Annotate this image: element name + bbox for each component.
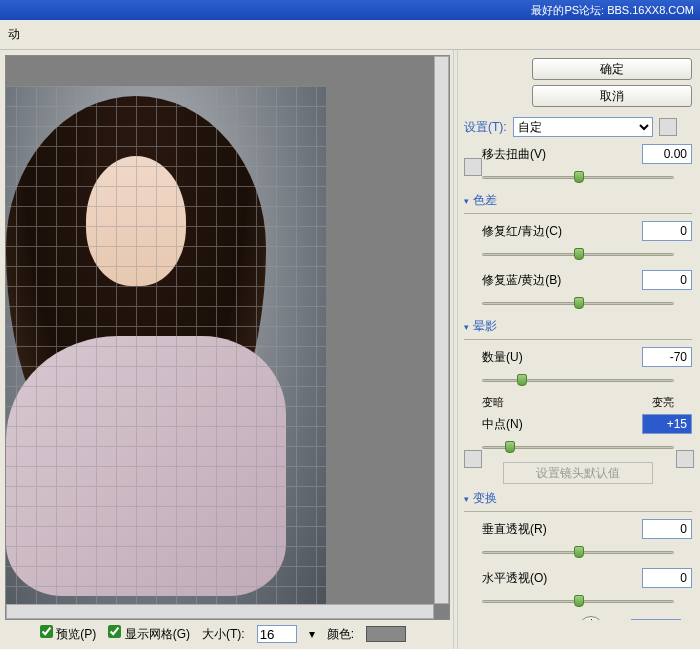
angle-input[interactable] bbox=[631, 619, 681, 620]
show-grid-checkbox[interactable] bbox=[108, 625, 121, 638]
perspective-left-icon bbox=[464, 450, 482, 468]
horizontal-perspective-label: 水平透视(O) bbox=[482, 570, 572, 587]
grid-color-label: 颜色: bbox=[327, 626, 354, 643]
remove-distortion-slider[interactable] bbox=[482, 168, 674, 186]
cancel-button[interactable]: 取消 bbox=[532, 85, 692, 107]
red-cyan-input[interactable] bbox=[642, 221, 692, 241]
grid-overlay bbox=[5, 86, 326, 616]
bottom-options-bar: 预览(P) 显示网格(G) 大小(T): ▾ 颜色: bbox=[40, 625, 406, 643]
vignette-amount-input[interactable] bbox=[642, 347, 692, 367]
vignette-midpoint-label: 中点(N) bbox=[482, 416, 572, 433]
grid-size-stepper-icon[interactable]: ▾ bbox=[309, 627, 315, 641]
distortion-icon bbox=[464, 158, 482, 176]
red-cyan-label: 修复红/青边(C) bbox=[482, 223, 572, 240]
vertical-perspective-slider[interactable] bbox=[482, 543, 674, 561]
transform-header[interactable]: 变换 bbox=[464, 490, 692, 507]
angle-dial[interactable] bbox=[578, 616, 604, 620]
horizontal-perspective-slider[interactable] bbox=[482, 592, 674, 610]
grid-size-input[interactable] bbox=[257, 625, 297, 643]
horizontal-scrollbar[interactable] bbox=[6, 604, 434, 619]
grid-size-label: 大小(T): bbox=[202, 626, 245, 643]
show-grid-checkbox-label[interactable]: 显示网格(G) bbox=[108, 625, 190, 643]
settings-menu-icon[interactable] bbox=[659, 118, 677, 136]
preview-checkbox[interactable] bbox=[40, 625, 53, 638]
remove-distortion-input[interactable] bbox=[642, 144, 692, 164]
canvas-preview[interactable] bbox=[5, 55, 450, 620]
panel-divider[interactable] bbox=[453, 50, 458, 649]
vignette-dark-label: 变暗 bbox=[482, 395, 504, 410]
preview-checkbox-label[interactable]: 预览(P) bbox=[40, 625, 96, 643]
watermark-text: 最好的PS论坛: BBS.16XX8.COM bbox=[531, 3, 694, 18]
settings-label: 设置(T): bbox=[464, 119, 507, 136]
vignette-amount-slider[interactable] bbox=[482, 371, 674, 389]
set-default-button: 设置镜头默认值 bbox=[503, 462, 653, 484]
toolbar-label: 动 bbox=[8, 26, 20, 43]
blue-yellow-input[interactable] bbox=[642, 270, 692, 290]
perspective-right-icon bbox=[676, 450, 694, 468]
vertical-scrollbar[interactable] bbox=[434, 56, 449, 604]
blue-yellow-label: 修复蓝/黄边(B) bbox=[482, 272, 572, 289]
vignette-amount-label: 数量(U) bbox=[482, 349, 572, 366]
grid-color-swatch[interactable] bbox=[366, 626, 406, 642]
vignette-header[interactable]: 晕影 bbox=[464, 318, 692, 335]
red-cyan-slider[interactable] bbox=[482, 245, 674, 263]
chromatic-header[interactable]: 色差 bbox=[464, 192, 692, 209]
vignette-midpoint-input[interactable] bbox=[642, 414, 692, 434]
vignette-light-label: 变亮 bbox=[652, 395, 674, 410]
ok-button[interactable]: 确定 bbox=[532, 58, 692, 80]
settings-select[interactable]: 自定 bbox=[513, 117, 653, 137]
vertical-perspective-input[interactable] bbox=[642, 519, 692, 539]
vertical-perspective-label: 垂直透视(R) bbox=[482, 521, 572, 538]
settings-panel: 确定 取消 设置(T): 自定 移去扭曲(V) 色差 修复红/青边(C) 修复 bbox=[450, 50, 700, 620]
vignette-midpoint-slider[interactable] bbox=[482, 438, 674, 456]
title-bar: 最好的PS论坛: BBS.16XX8.COM bbox=[0, 0, 700, 20]
top-toolbar: 动 bbox=[0, 20, 700, 50]
blue-yellow-slider[interactable] bbox=[482, 294, 674, 312]
horizontal-perspective-input[interactable] bbox=[642, 568, 692, 588]
preview-image bbox=[5, 86, 326, 616]
remove-distortion-label: 移去扭曲(V) bbox=[482, 146, 572, 163]
